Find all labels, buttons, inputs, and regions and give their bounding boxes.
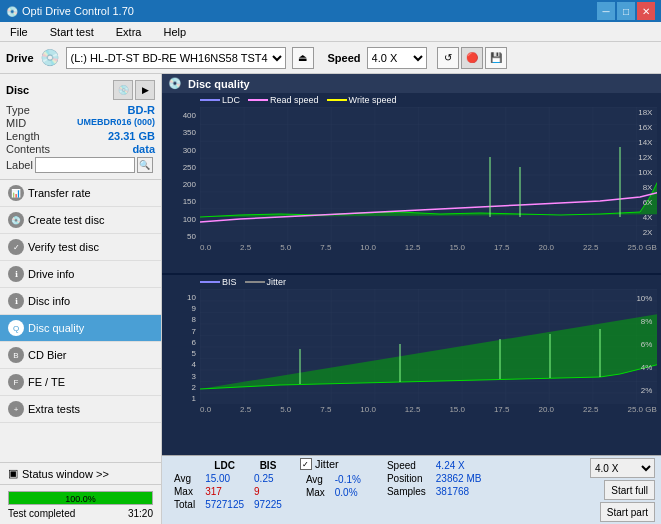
status-window-button[interactable]: ▣ Status window >> — [0, 463, 161, 485]
disc-label: Disc — [6, 84, 29, 96]
sidebar-item-cd-bier[interactable]: B CD Bier — [0, 342, 161, 369]
sidebar-item-transfer-rate[interactable]: 📊 Transfer rate — [0, 180, 161, 207]
stats-total-label: Total — [170, 499, 199, 510]
legend-read-speed: Read speed — [248, 95, 319, 105]
y-right-16x: 16X — [638, 123, 653, 132]
y-right-4pct: 4% — [641, 363, 653, 372]
x-label-7-5: 7.5 — [320, 243, 331, 252]
x-label-25-gb: 25.0 GB — [628, 243, 657, 252]
legend-ldc-label: LDC — [222, 95, 240, 105]
start-full-button[interactable]: Start full — [604, 480, 655, 500]
jitter-stats-table: Avg -0.1% Max 0.0% — [300, 472, 367, 500]
bottom-stats-bar: LDC BIS Avg 15.00 0.25 Max 317 9 Total 5… — [162, 455, 661, 524]
disc-length-value: 23.31 GB — [108, 130, 155, 142]
bot-x-20: 20.0 — [538, 405, 554, 414]
sidebar-item-label-cd-bier: CD Bier — [28, 349, 67, 361]
stats-ldc-header: LDC — [201, 460, 248, 471]
sidebar-item-drive-info[interactable]: ℹ Drive info — [0, 261, 161, 288]
y-label-top-400: 400 — [162, 111, 198, 120]
drive-info-icon: ℹ — [8, 266, 24, 282]
disc-label-label: Label — [6, 159, 33, 171]
disc-label-input[interactable] — [35, 157, 135, 173]
eject-button[interactable]: ⏏ — [292, 47, 314, 69]
disc-mid-label: MID — [6, 117, 26, 129]
drive-bar: Drive 💿 (L:) HL-DT-ST BD-RE WH16NS58 TST… — [0, 42, 661, 74]
menu-help[interactable]: Help — [157, 24, 192, 40]
bottom-chart-legend: BIS Jitter — [200, 277, 657, 287]
y-label-top-50: 50 — [162, 232, 198, 241]
sidebar-item-disc-info[interactable]: ℹ Disc info — [0, 288, 161, 315]
x-label-20: 20.0 — [538, 243, 554, 252]
y-label-top-250: 250 — [162, 163, 198, 172]
sidebar-item-label-disc-info: Disc info — [28, 295, 70, 307]
bot-x-12-5: 12.5 — [405, 405, 421, 414]
close-button[interactable]: ✕ — [637, 2, 655, 20]
app-title: Opti Drive Control 1.70 — [22, 5, 134, 17]
stats-max-bis: 9 — [250, 486, 286, 497]
jitter-color-swatch — [245, 281, 265, 283]
minimize-button[interactable]: ─ — [597, 2, 615, 20]
speed-icon-btn-1[interactable]: ↺ — [437, 47, 459, 69]
disc-icon-1: 💿 — [113, 80, 133, 100]
stats-table: LDC BIS Avg 15.00 0.25 Max 317 9 Total 5… — [168, 458, 288, 512]
menu-start-test[interactable]: Start test — [44, 24, 100, 40]
menu-extra[interactable]: Extra — [110, 24, 148, 40]
jitter-section: ✓ Jitter Avg -0.1% Max 0.0% — [300, 458, 367, 500]
stats-total-ldc: 5727125 — [201, 499, 248, 510]
sidebar-item-extra-tests[interactable]: + Extra tests — [0, 396, 161, 423]
stats-total-bis: 97225 — [250, 499, 286, 510]
status-completed-text: Test completed — [8, 508, 75, 519]
bot-x-15: 15.0 — [449, 405, 465, 414]
sidebar-item-label-fe-te: FE / TE — [28, 376, 65, 388]
drive-select[interactable]: (L:) HL-DT-ST BD-RE WH16NS58 TST4 — [66, 47, 286, 69]
disc-contents-row: Contents data — [6, 143, 155, 155]
stats-avg-ldc: 15.00 — [201, 473, 248, 484]
speed-dropdown[interactable]: 4.0 X — [590, 458, 655, 478]
progress-text: 100.0% — [9, 492, 152, 506]
y-label-bot-3: 3 — [162, 372, 198, 381]
speed-icon-btn-3[interactable]: 💾 — [485, 47, 507, 69]
stats-max-label: Max — [170, 486, 199, 497]
sidebar-item-label-create-test-disc: Create test disc — [28, 214, 104, 226]
read-speed-color-swatch — [248, 99, 268, 101]
sidebar-item-label-verify-test-disc: Verify test disc — [28, 241, 99, 253]
y-label-bot-5: 5 — [162, 349, 198, 358]
start-part-button[interactable]: Start part — [600, 502, 655, 522]
y-label-bot-9: 9 — [162, 304, 198, 313]
y-right-10pct: 10% — [636, 294, 652, 303]
disc-icon-2[interactable]: ▶ — [135, 80, 155, 100]
disc-label-button[interactable]: 🔍 — [137, 157, 153, 173]
jitter-checkbox[interactable]: ✓ — [300, 458, 312, 470]
status-time-row: Test completed 31:20 — [4, 508, 157, 521]
cd-bier-icon: B — [8, 347, 24, 363]
speed-icon-btn-2[interactable]: 🔴 — [461, 47, 483, 69]
top-chart-svg: 18X 16X 14X 12X 10X 8X 6X 4X 2X — [200, 107, 657, 242]
sidebar-item-fe-te[interactable]: F FE / TE — [0, 369, 161, 396]
speed-value: 4.24 X — [432, 460, 486, 471]
maximize-button[interactable]: □ — [617, 2, 635, 20]
sidebar-item-verify-test-disc[interactable]: ✓ Verify test disc — [0, 234, 161, 261]
disc-quality-icon: Q — [8, 320, 24, 336]
y-right-6x: 6X — [643, 198, 653, 207]
legend-read-speed-label: Read speed — [270, 95, 319, 105]
x-label-22-5: 22.5 — [583, 243, 599, 252]
y-right-4x: 4X — [643, 213, 653, 222]
jitter-avg-value: -0.1% — [331, 474, 365, 485]
stats-avg-bis: 0.25 — [250, 473, 286, 484]
sidebar-item-label-disc-quality: Disc quality — [28, 322, 84, 334]
x-label-0: 0.0 — [200, 243, 211, 252]
sidebar-item-label-extra-tests: Extra tests — [28, 403, 80, 415]
menu-file[interactable]: File — [4, 24, 34, 40]
disc-length-row: Length 23.31 GB — [6, 130, 155, 142]
y-right-18x: 18X — [638, 108, 653, 117]
y-label-bot-2: 2 — [162, 383, 198, 392]
y-label-top-350: 350 — [162, 128, 198, 137]
speed-stats-table: Speed 4.24 X Position 23862 MB Samples 3… — [381, 458, 488, 499]
speed-select[interactable]: 4.0 X — [367, 47, 427, 69]
y-label-bot-7: 7 — [162, 327, 198, 336]
sidebar-item-disc-quality[interactable]: Q Disc quality — [0, 315, 161, 342]
bot-x-0: 0.0 — [200, 405, 211, 414]
sidebar-item-create-test-disc[interactable]: 💿 Create test disc — [0, 207, 161, 234]
disc-info-icon: ℹ — [8, 293, 24, 309]
x-label-2-5: 2.5 — [240, 243, 251, 252]
